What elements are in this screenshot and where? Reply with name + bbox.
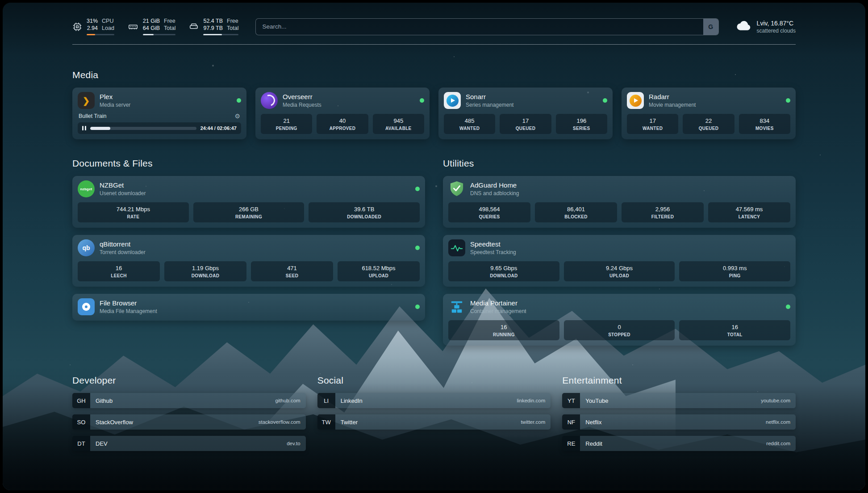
- gear-icon[interactable]: [234, 113, 240, 119]
- service-link-nzbget[interactable]: nzbget NZBGet Usenet downloader: [78, 180, 420, 197]
- bookmark-abbr: TW: [317, 414, 335, 430]
- service-link-speedtest[interactable]: Speedtest Speedtest Tracking: [448, 239, 790, 256]
- bookmark-abbr: SO: [72, 414, 90, 430]
- stat: 86,401 BLOCKED: [535, 202, 617, 222]
- service-card-nzbget: nzbget NZBGet Usenet downloader 744.21 M…: [72, 176, 425, 228]
- service-name: Radarr: [649, 93, 781, 100]
- service-card-plex: Plex Media server Bullet Train: [72, 88, 246, 139]
- service-name: Overseerr: [283, 93, 415, 100]
- bookmark-dev[interactable]: DT DEV dev.to: [72, 436, 306, 451]
- disk-icon: [189, 22, 199, 32]
- service-subtitle: Series management: [466, 102, 598, 108]
- service-link-filebrowser[interactable]: File Browser Media File Management: [78, 298, 420, 315]
- stat: 39.6 TB DOWNLOADED: [309, 202, 420, 222]
- stat: 618.52 Mbps UPLOAD: [338, 261, 420, 281]
- stat: 196 SERIES: [556, 114, 607, 134]
- bookmark-abbr: NF: [562, 414, 580, 430]
- service-link-portainer[interactable]: Media Portainer Container management: [448, 298, 790, 315]
- dashboard-screen: 31% 2.94 CPU Load: [3, 3, 865, 490]
- section-media: Media Plex Media server Bullet Train: [72, 70, 796, 139]
- status-dot: [603, 98, 607, 103]
- cpu-label-top: CPU: [102, 18, 113, 25]
- qbittorrent-icon: qb: [78, 239, 95, 256]
- bookmark-domain: netflix.com: [766, 419, 790, 425]
- bookmark-github[interactable]: GH Github github.com: [72, 393, 306, 408]
- service-subtitle: Container management: [470, 308, 781, 314]
- search-input[interactable]: [256, 19, 703, 35]
- bookmark-twitter[interactable]: TW Twitter twitter.com: [317, 414, 551, 430]
- memory-bar: [143, 34, 176, 35]
- stat: 498,564 QUERIES: [448, 202, 530, 222]
- service-name: Speedtest: [470, 240, 790, 248]
- service-card-radarr: Radarr Movie management 17 WANTED 22 QUE…: [622, 88, 796, 139]
- service-card-qbittorrent: qb qBittorrent Torrent downloader 16 LEE…: [72, 235, 425, 287]
- bookmark-stackoverflow[interactable]: SO StackOverflow stackoverflow.com: [72, 414, 306, 430]
- service-name: File Browser: [100, 299, 410, 307]
- stat: 21 PENDING: [261, 114, 312, 134]
- bookmark-domain: reddit.com: [766, 441, 790, 446]
- cpu-percent: 31%: [87, 18, 98, 25]
- service-link-adguard[interactable]: AdGuard Home DNS and adblocking: [448, 180, 790, 197]
- bookmark-linkedin[interactable]: LI LinkedIn linkedin.com: [317, 393, 551, 408]
- stat: 834 MOVIES: [739, 114, 790, 134]
- stat: 9.65 Gbps DOWNLOAD: [448, 261, 559, 281]
- weather-condition: scattered clouds: [757, 28, 796, 34]
- stat: 17 QUEUED: [500, 114, 551, 134]
- overseerr-icon: [261, 92, 278, 109]
- stat: 22 QUEUED: [683, 114, 734, 134]
- bookmark-group-title: Social: [317, 375, 551, 386]
- stat: 485 WANTED: [444, 114, 495, 134]
- dashboard-content: 31% 2.94 CPU Load: [72, 3, 796, 469]
- top-bar: 31% 2.94 CPU Load: [72, 18, 796, 35]
- bookmark-youtube[interactable]: YT YouTube youtube.com: [562, 393, 796, 408]
- cpu-widget: 31% 2.94 CPU Load: [72, 18, 114, 35]
- service-link-plex[interactable]: Plex Media server: [78, 92, 241, 109]
- section-documents: Documents & Files nzbget NZBGet Usenet d…: [72, 158, 425, 346]
- section-title-media: Media: [72, 70, 796, 80]
- bookmark-domain: twitter.com: [521, 419, 545, 425]
- status-dot: [415, 246, 420, 250]
- service-card-speedtest: Speedtest Speedtest Tracking 9.65 Gbps D…: [443, 235, 796, 287]
- bookmark-domain: stackoverflow.com: [259, 419, 300, 425]
- section-title-utilities: Utilities: [443, 158, 796, 169]
- plex-icon: [78, 92, 95, 109]
- status-dot: [786, 305, 790, 309]
- status-dot: [415, 187, 420, 191]
- bookmark-reddit[interactable]: RE Reddit reddit.com: [562, 436, 796, 451]
- bookmark-name: StackOverflow: [96, 419, 133, 426]
- stat: 744.21 Mbps RATE: [78, 202, 189, 222]
- service-link-overseerr[interactable]: Overseerr Media Requests: [261, 92, 424, 109]
- memory-icon: [128, 22, 138, 32]
- cpu-label-bottom: Load: [102, 25, 114, 32]
- status-dot: [237, 98, 241, 103]
- cloud-icon: [736, 20, 752, 33]
- service-name: NZBGet: [100, 181, 410, 189]
- service-link-sonarr[interactable]: Sonarr Series management: [444, 92, 607, 109]
- bookmark-name: YouTube: [585, 397, 608, 404]
- disk-bar: [203, 34, 238, 35]
- service-link-radarr[interactable]: Radarr Movie management: [627, 92, 790, 109]
- bookmark-domain: linkedin.com: [517, 398, 545, 403]
- bookmark-group-social: Social LI LinkedIn linkedin.com TW Twitt…: [317, 375, 551, 451]
- service-name: qBittorrent: [100, 240, 410, 248]
- section-utilities: Utilities: [443, 158, 796, 346]
- stat: 945 AVAILABLE: [373, 114, 424, 134]
- bookmark-abbr: GH: [72, 393, 90, 408]
- radarr-icon: [627, 92, 644, 109]
- service-name: AdGuard Home: [470, 181, 790, 189]
- service-card-sonarr: Sonarr Series management 485 WANTED 17 Q…: [438, 88, 613, 139]
- stat: 47.569 ms LATENCY: [708, 202, 790, 222]
- stat: 16 TOTAL: [679, 320, 790, 340]
- stat: 17 WANTED: [627, 114, 678, 134]
- bookmark-name: Github: [96, 397, 113, 404]
- search-provider-button[interactable]: G: [703, 19, 718, 35]
- cpu-load-value: 2.94: [87, 25, 98, 32]
- bookmark-group-developer: Developer GH Github github.com SO StackO…: [72, 375, 306, 451]
- bookmark-netflix[interactable]: NF Netflix netflix.com: [562, 414, 796, 430]
- disk-free-value: 52.4 TB: [203, 18, 223, 25]
- bookmark-domain: github.com: [275, 398, 300, 403]
- stat: 266 GB REMAINING: [193, 202, 305, 222]
- portainer-icon: [448, 298, 465, 315]
- memory-free-value: 21 GiB: [143, 18, 160, 25]
- service-link-qbittorrent[interactable]: qb qBittorrent Torrent downloader: [78, 239, 420, 256]
